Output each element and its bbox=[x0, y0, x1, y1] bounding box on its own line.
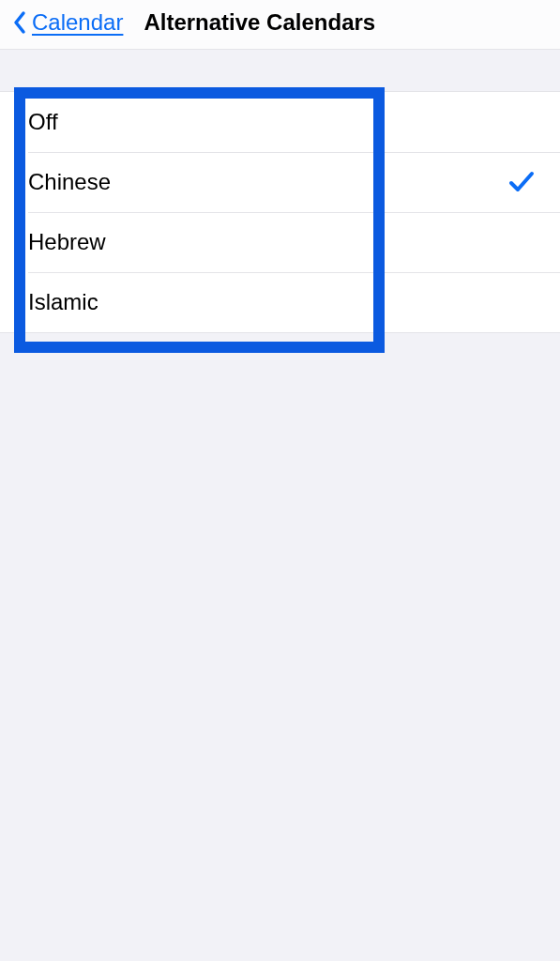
option-label: Hebrew bbox=[28, 229, 106, 255]
calendar-options-list: Off Chinese Hebrew Islamic bbox=[0, 91, 560, 333]
option-label: Chinese bbox=[28, 169, 111, 195]
option-islamic[interactable]: Islamic bbox=[0, 272, 560, 332]
checkmark-icon bbox=[506, 166, 537, 198]
back-button[interactable]: Calendar bbox=[11, 9, 123, 36]
option-hebrew[interactable]: Hebrew bbox=[0, 212, 560, 272]
option-off[interactable]: Off bbox=[0, 92, 560, 152]
page-title: Alternative Calendars bbox=[144, 9, 375, 36]
nav-header: Calendar Alternative Calendars bbox=[0, 0, 560, 50]
back-label: Calendar bbox=[32, 9, 123, 36]
option-chinese[interactable]: Chinese bbox=[0, 152, 560, 212]
option-label: Off bbox=[28, 109, 58, 135]
option-label: Islamic bbox=[28, 289, 98, 315]
section-spacer bbox=[0, 50, 560, 91]
chevron-left-icon bbox=[11, 9, 28, 36]
